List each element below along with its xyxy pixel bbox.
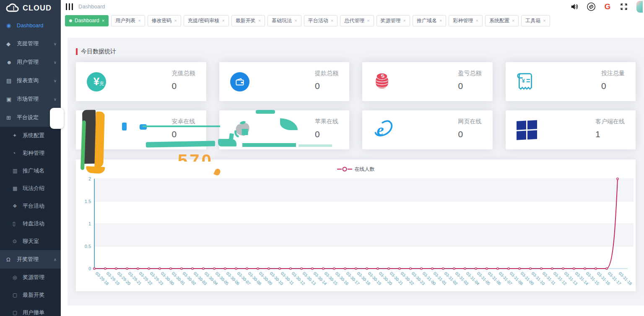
- sidebar-item-gameplay-intro[interactable]: ▦玩法介绍: [0, 180, 61, 197]
- sidebar-item-label: 推广域名: [23, 167, 57, 175]
- chart-legend[interactable]: 在线人数: [76, 159, 636, 175]
- stat-card-bet-total: ¥投注总量0: [506, 62, 636, 101]
- section-title-row: 今日数据统计: [68, 38, 644, 55]
- tab-platform-activity[interactable]: 平台活动×: [304, 15, 338, 26]
- sidebar-menu: ◉Dashboard◆充提管理∨☻用户管理∨▤报表查询∨▣市场管理∨⊞平台设定∧…: [0, 16, 61, 316]
- stat-card-recharge-total: ¥充充值总额0: [76, 62, 206, 101]
- volume-icon[interactable]: [570, 2, 580, 12]
- close-tab-icon[interactable]: ×: [367, 18, 369, 23]
- sidebar-item-label: 玩法介绍: [23, 185, 57, 192]
- users-icon: ☻: [6, 59, 17, 65]
- sidebar-item-dashboard[interactable]: ◉Dashboard: [0, 16, 61, 34]
- tab-promo-domain[interactable]: 推广域名×: [413, 15, 446, 26]
- tab-label: 最新开奖: [236, 17, 256, 24]
- tab-system-config[interactable]: 系统配置×: [485, 15, 519, 26]
- sidebar-item-market-mgmt[interactable]: ▣市场管理∨: [0, 90, 61, 108]
- close-tab-icon[interactable]: ×: [138, 18, 140, 23]
- stat-cards: ¥充充值总额0提款总额0S盈亏总额0¥投注总量0安卓在线0苹果在线0e网页在线0…: [76, 62, 636, 149]
- main-area: Dashboard G Dashboard×用户列表×修改密码×充提/密码审核×…: [61, 0, 644, 316]
- stat-label: 提款总额: [315, 70, 338, 77]
- svg-text:0.5: 0.5: [85, 244, 91, 249]
- sidebar-item-promo-domain[interactable]: ▥推广域名: [0, 162, 61, 180]
- sidebar-toggle-icon[interactable]: [66, 3, 74, 10]
- sidebar-item-recharge-withdraw-mgmt[interactable]: ◆充提管理∨: [0, 34, 61, 53]
- sidebar-item-lottery-mgmt[interactable]: ◔彩种管理: [0, 144, 61, 162]
- stat-value: 0: [172, 129, 195, 139]
- close-tab-icon[interactable]: ×: [512, 18, 514, 23]
- sidebar-item-label: 平台活动: [23, 202, 57, 210]
- sidebar-item-user-mgmt[interactable]: ☻用户管理∨: [0, 53, 61, 71]
- sidebar-item-draw-mgmt[interactable]: Ω开奖管理∧: [0, 250, 61, 269]
- close-tab-icon[interactable]: ×: [222, 18, 224, 23]
- tab-user-list[interactable]: 用户列表×: [111, 15, 145, 26]
- sidebar-scrollbar-thumb[interactable]: [50, 108, 64, 129]
- sidebar-item-system-config[interactable]: ✦系统配置: [0, 127, 61, 144]
- tab-recharge-password-review[interactable]: 充提/密码审核×: [184, 15, 229, 26]
- tab-general-agent-mgmt[interactable]: 总代管理×: [340, 15, 374, 26]
- sidebar-item-label: 用户撤单: [23, 309, 57, 316]
- stat-value: 0: [315, 81, 338, 91]
- sidebar-item-report-query[interactable]: ▤报表查询∨: [0, 71, 61, 90]
- stat-card-web-online: e网页在线0: [362, 110, 493, 149]
- dashboard-panel: 今日数据统计 ¥充充值总额0提款总额0S盈亏总额0¥投注总量0安卓在线0苹果在线…: [68, 38, 644, 306]
- sidebar: CLOUD ◉Dashboard◆充提管理∨☻用户管理∨▤报表查询∨▣市场管理∨…: [0, 0, 61, 316]
- sidebar-item-label: 充提管理: [17, 40, 54, 47]
- sidebar-item-label: Dashboard: [17, 22, 57, 29]
- sidebar-item-latest-draw[interactable]: ▢最新开奖: [0, 286, 61, 304]
- avatar: [636, 1, 643, 13]
- app-root: CLOUD ◉Dashboard◆充提管理∨☻用户管理∨▤报表查询∨▣市场管理∨…: [0, 0, 644, 316]
- stat-label: 苹果在线: [315, 118, 338, 125]
- app-logo[interactable]: CLOUD: [0, 0, 61, 16]
- cloud-logo-icon: [4, 3, 20, 13]
- sidebar-item-label: 聊天室: [23, 238, 57, 245]
- close-tab-icon[interactable]: ×: [403, 18, 406, 23]
- close-tab-icon[interactable]: ×: [439, 18, 442, 23]
- stat-card-apple-online: 苹果在线0: [219, 110, 350, 149]
- stat-label: 投注总量: [601, 70, 625, 77]
- report-icon: ▤: [6, 78, 17, 84]
- dashboard-icon: ◉: [6, 22, 17, 29]
- svg-text:2: 2: [88, 176, 91, 181]
- google-icon[interactable]: G: [602, 2, 613, 12]
- close-tab-icon[interactable]: ×: [102, 18, 104, 23]
- tab-toolbox[interactable]: 工具箱×: [521, 15, 550, 26]
- sidebar-item-user-cancel-order[interactable]: ▢用户撤单: [0, 304, 61, 316]
- tab-latest-draw[interactable]: 最新开奖×: [231, 15, 265, 26]
- stat-label: 充值总额: [172, 70, 195, 77]
- clock-icon: ◔: [13, 150, 23, 156]
- close-tab-icon[interactable]: ×: [331, 18, 333, 23]
- close-tab-icon[interactable]: ×: [543, 18, 545, 23]
- tab-label: 用户列表: [115, 17, 135, 24]
- sidebar-item-label: 奖源管理: [23, 274, 57, 281]
- close-tab-icon[interactable]: ×: [475, 18, 478, 23]
- tab-prize-source-mgmt[interactable]: 奖源管理×: [377, 15, 410, 26]
- online-users-line-chart[interactable]: 21.510.5003-29-1803-29-1903-29-2003-29-2…: [76, 175, 636, 292]
- file-icon: ▢: [13, 292, 23, 298]
- tab-basic-play[interactable]: 基础玩法×: [267, 15, 301, 26]
- bell-icon: Ω: [6, 256, 17, 263]
- tab-lottery-mgmt[interactable]: 彩种管理×: [449, 15, 482, 26]
- stat-value: 0: [315, 129, 338, 139]
- sidebar-item-prize-source-mgmt[interactable]: ◎奖源管理: [0, 269, 61, 286]
- sidebar-item-chat-room[interactable]: ⊙聊天室: [0, 232, 61, 250]
- close-tab-icon[interactable]: ×: [174, 18, 177, 23]
- tab-label: 修改密码: [152, 17, 172, 24]
- stat-value: 0: [458, 129, 482, 139]
- tab-change-password[interactable]: 修改密码×: [148, 15, 181, 26]
- stat-card-android-online: 安卓在线0: [76, 110, 206, 149]
- sidebar-item-wheel-activity[interactable]: ▯转盘活动: [0, 215, 61, 232]
- tab-label: 平台活动: [308, 17, 328, 24]
- svg-text:¥: ¥: [522, 77, 525, 84]
- close-tab-icon[interactable]: ×: [258, 18, 261, 23]
- stat-label: 客户端在线: [595, 118, 625, 125]
- fullscreen-icon[interactable]: [619, 2, 629, 12]
- tab-dashboard[interactable]: Dashboard×: [65, 15, 109, 26]
- tab-label: 彩种管理: [453, 17, 473, 24]
- close-tab-icon[interactable]: ×: [294, 18, 297, 23]
- sidebar-item-label: 报表查询: [17, 77, 54, 84]
- chip-circle-icon[interactable]: [586, 2, 596, 12]
- sidebar-item-platform-activity[interactable]: ❖平台活动: [0, 197, 61, 215]
- stat-card-profit-loss-total: S盈亏总额0: [362, 62, 493, 101]
- receipt-icon: ¥: [517, 71, 534, 92]
- avatar-partial[interactable]: [635, 2, 641, 12]
